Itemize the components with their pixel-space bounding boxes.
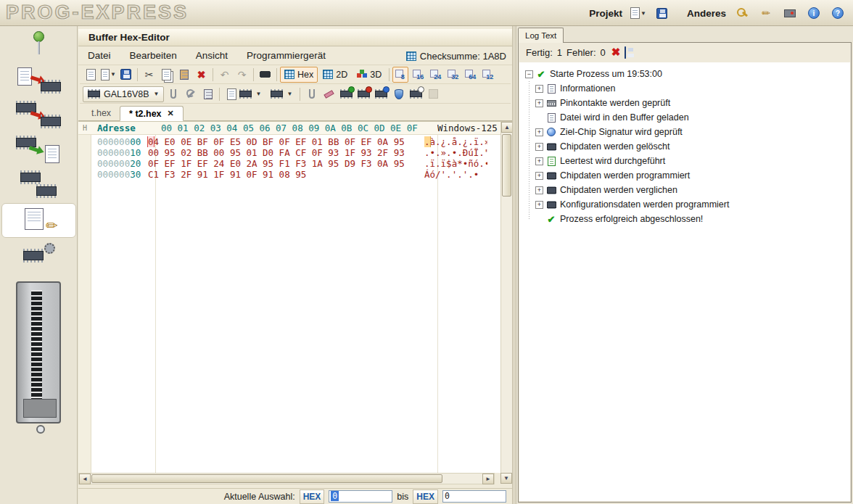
redo-button[interactable]: ↷ <box>234 67 250 83</box>
cut-button[interactable]: ✂ <box>141 67 157 83</box>
scroll-left-button[interactable]: ◄ <box>79 474 91 484</box>
info-button[interactable]: i <box>804 4 823 22</box>
new-file-button[interactable] <box>83 67 99 83</box>
vertical-scrollbar[interactable]: ▲ <box>500 122 512 473</box>
tree-expander-icon[interactable]: + <box>535 143 543 151</box>
log-item[interactable]: +Chipdaten werden programmiert <box>535 168 850 183</box>
hex-row[interactable]: 0000000004 E0 0E BF 0F E5 0D BF 0F EF 01… <box>78 136 500 147</box>
bit-view-button-8[interactable]: 8 <box>392 67 408 83</box>
save-log-button[interactable] <box>625 47 626 58</box>
bit-view-button-24[interactable]: 24 <box>427 67 443 83</box>
hex-format-button-from[interactable]: HEX <box>300 489 325 504</box>
chip-verify-icon <box>375 89 387 99</box>
tree-expander-icon[interactable]: + <box>535 85 543 93</box>
log-item[interactable]: +Chipdaten werden gelöscht <box>535 139 850 154</box>
protect-chip-button[interactable] <box>390 86 407 102</box>
scroll-right-button[interactable]: ► <box>482 474 494 484</box>
hex-viewport[interactable]: H Adresse 00 01 02 03 04 05 06 07 08 09 … <box>78 121 512 473</box>
pencil-icon: ✏ <box>762 7 770 19</box>
copy-button[interactable] <box>158 67 175 83</box>
bit-view-button-12[interactable]: 12 <box>479 67 495 83</box>
scroll-up-button[interactable]: ▲ <box>501 122 513 133</box>
tab-log-text[interactable]: Log Text <box>518 28 564 43</box>
sidebar-button-pin-test[interactable] <box>5 29 72 61</box>
vertical-scroll-thumb[interactable] <box>502 134 511 197</box>
menu-ansicht[interactable]: Ansicht <box>186 48 237 63</box>
selection-to-input[interactable]: 0 <box>442 490 506 503</box>
log-item[interactable]: +Pinkontakte werden geprüft <box>535 96 850 110</box>
log-item[interactable]: Datei wird in den Buffer geladen <box>535 110 850 125</box>
tree-expander-icon[interactable]: − <box>525 70 533 78</box>
pin-test-icon <box>16 31 61 59</box>
tree-expander-icon[interactable]: + <box>535 157 543 165</box>
sidebar-button-chip-tools[interactable] <box>5 241 72 273</box>
bit-view-button-64[interactable]: 64 <box>462 67 478 83</box>
delete-button[interactable]: ✖ <box>193 67 210 83</box>
hex-row[interactable]: 00000030C1 F3 2F 91 1F 91 0F 91 08 95Áó/… <box>78 169 500 180</box>
open-file-button[interactable]: ▼ <box>100 67 117 83</box>
log-item[interactable]: ✔Prozess erfolgreich abgeschlossen! <box>535 212 850 226</box>
close-icon[interactable]: ✕ <box>168 109 174 118</box>
blank-check-button[interactable] <box>338 86 355 102</box>
sidebar-button-program-chip[interactable] <box>5 64 72 96</box>
tree-expander-icon[interactable]: + <box>535 172 543 180</box>
hex-format-button-to[interactable]: HEX <box>413 489 438 504</box>
bit-view-button-32[interactable]: 32 <box>445 67 461 83</box>
search-button[interactable] <box>257 67 273 83</box>
save-project-button[interactable] <box>653 4 672 22</box>
log-item[interactable]: +Informationen <box>535 81 850 96</box>
bit-view-button-16[interactable]: 16 <box>410 67 426 83</box>
help-button[interactable]: ? <box>828 4 847 22</box>
view-3d-button[interactable]: 3D <box>353 67 386 83</box>
load-to-chip-button[interactable]: ▼ <box>223 86 265 102</box>
sidebar-button-buffer-editor[interactable]: ✏ <box>1 203 76 238</box>
tree-expander-icon[interactable]: + <box>535 128 543 136</box>
hex-rows: 0000000004 E0 0E BF 0F E5 0D BF 0F EF 01… <box>78 136 500 473</box>
sidebar-button-copy-chip[interactable] <box>5 99 72 131</box>
sidebar-button-read-chip[interactable] <box>5 133 72 165</box>
log-item[interactable]: +Leertest wird durchgeführt <box>535 154 850 168</box>
stop-button[interactable] <box>425 86 442 102</box>
new-project-button[interactable]: ▼ <box>629 4 648 22</box>
clear-log-button[interactable]: ✖ <box>611 46 621 59</box>
tree-expander-icon[interactable]: + <box>535 99 543 107</box>
log-item[interactable]: −✔Starte Prozess um 19:53:00 <box>525 67 850 81</box>
undo-button[interactable]: ↶ <box>216 67 233 83</box>
log-item[interactable]: +Ziel-Chip Signatur wird geprüft <box>535 125 850 139</box>
chip-icon <box>88 89 100 99</box>
tree-expander-icon[interactable]: + <box>535 186 543 194</box>
menu-datei[interactable]: Datei <box>78 48 120 63</box>
paste-button[interactable] <box>176 67 192 83</box>
tools-button[interactable] <box>182 86 199 102</box>
keys-button[interactable] <box>733 4 751 22</box>
device-selector[interactable]: GAL16V8B ▼ <box>83 86 164 102</box>
scroll-down-button[interactable]: ▼ <box>500 473 512 484</box>
program-chip-button[interactable] <box>355 86 372 102</box>
read-from-chip-button[interactable]: ▼ <box>266 86 297 102</box>
log-item[interactable]: +Chipdaten werden verglichen <box>535 183 850 197</box>
attach-button[interactable] <box>165 86 181 102</box>
hex-row[interactable]: 0000001000 95 02 BB 00 95 01 D0 FA CF 0F… <box>78 147 500 158</box>
selection-from-input[interactable]: 0 <box>329 490 392 503</box>
menu-programmiergerät[interactable]: Programmiergerät <box>237 48 335 63</box>
horizontal-scrollbar[interactable]: ◄ ► <box>78 473 495 484</box>
erase-chip-button[interactable] <box>321 86 337 102</box>
tab-t2-hex[interactable]: * t2.hex ✕ <box>120 106 184 121</box>
inspect-chip-button[interactable] <box>408 86 424 102</box>
pin-check-button[interactable] <box>303 86 320 102</box>
menu-bearbeiten[interactable]: Bearbeiten <box>120 48 186 63</box>
edit-button[interactable]: ✏ <box>757 4 775 22</box>
device-test-button[interactable] <box>780 4 799 22</box>
calculator-button[interactable] <box>199 86 216 102</box>
tree-expander-icon[interactable]: + <box>535 201 543 209</box>
binoculars-icon <box>260 71 271 78</box>
verify-chip-button[interactable] <box>373 86 390 102</box>
tab-t-hex[interactable]: t.hex <box>83 105 120 120</box>
view-2d-button[interactable]: 2D <box>318 67 352 83</box>
save-file-button[interactable] <box>118 67 134 83</box>
horizontal-scroll-thumb[interactable] <box>91 474 442 483</box>
log-item[interactable]: +Konfigurationsdaten werden programmiert <box>535 197 850 212</box>
sidebar-button-compare-chips[interactable] <box>5 168 72 200</box>
hex-row[interactable]: 000000200F EF 1F EF 24 E0 2A 95 F1 F3 1A… <box>78 158 500 169</box>
view-hex-button[interactable]: Hex <box>280 67 318 83</box>
